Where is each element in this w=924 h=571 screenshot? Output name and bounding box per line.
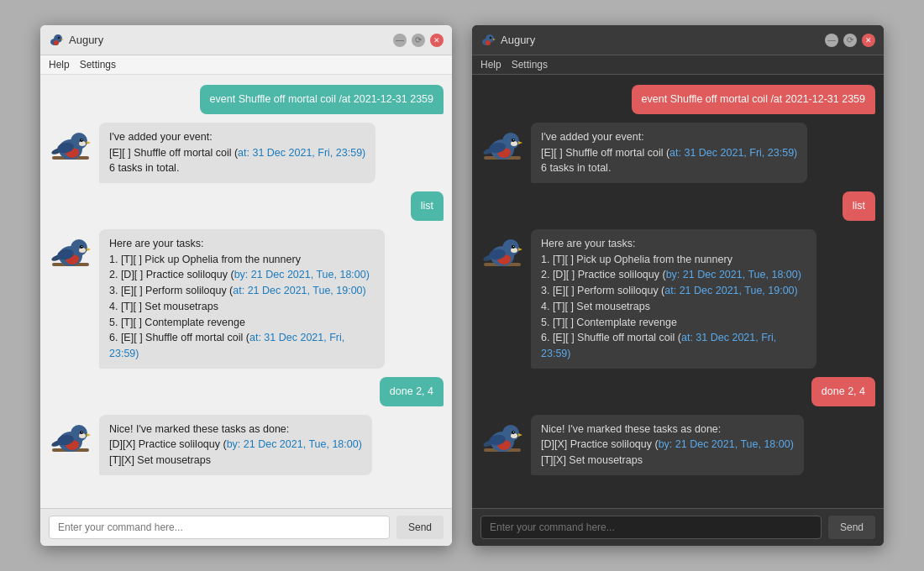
svg-point-55 [511, 248, 517, 253]
svg-marker-58 [518, 248, 522, 251]
title-bar: Augury—⟳✕ [472, 25, 884, 55]
svg-point-32 [81, 431, 82, 432]
svg-point-38 [490, 36, 491, 38]
window-dark: Augury—⟳✕HelpSettingsevent Shuffle off m… [472, 25, 884, 546]
app-icon [480, 33, 496, 48]
svg-point-22 [81, 246, 82, 247]
window-light: Augury—⟳✕HelpSettingsevent Shuffle off m… [40, 25, 452, 546]
user-bubble-0: event Shuffle off mortal coil /at 2021-1… [200, 85, 444, 114]
window-title: Augury [501, 34, 535, 46]
svg-point-30 [79, 433, 86, 438]
input-area: Send [472, 508, 884, 546]
message-row-2: list [480, 191, 875, 221]
bird-avatar [49, 123, 92, 169]
user-bubble-4: done 2, 4 [811, 377, 875, 406]
bot-bubble-5: Nice! I've marked these tasks as done: [… [531, 415, 804, 475]
svg-point-65 [511, 433, 517, 438]
bot-bubble-1: I've added your event: [E][ ] Shuffle of… [531, 123, 807, 183]
svg-point-10 [79, 141, 86, 146]
svg-point-3 [58, 36, 60, 38]
message-row-4: done 2, 4 [49, 377, 444, 406]
bird-avatar [480, 123, 524, 169]
window-title: Augury [69, 34, 103, 46]
minimize-button[interactable]: — [393, 34, 407, 47]
chat-area: event Shuffle off mortal coil /at 2021-1… [40, 75, 452, 508]
svg-marker-33 [87, 433, 91, 437]
app-icon [49, 33, 64, 48]
send-button[interactable]: Send [828, 516, 875, 539]
restore-button[interactable]: ⟳ [412, 34, 425, 47]
menu-bar: HelpSettings [40, 55, 452, 75]
svg-point-56 [512, 245, 515, 249]
message-row-1: I've added your event: [E][ ] Shuffle of… [480, 123, 875, 183]
bird-avatar [49, 229, 92, 275]
svg-point-31 [80, 431, 83, 434]
svg-point-57 [513, 246, 514, 247]
message-row-3: Here are your tasks: 1. [T][ ] Pick up O… [49, 229, 444, 369]
svg-marker-39 [493, 39, 496, 40]
chat-area: event Shuffle off mortal coil /at 2021-1… [472, 75, 884, 508]
window-controls: —⟳✕ [825, 34, 875, 47]
svg-point-45 [511, 141, 517, 146]
svg-marker-68 [518, 433, 522, 437]
svg-point-47 [513, 139, 514, 140]
user-bubble-0: event Shuffle off mortal coil /at 2021-1… [632, 85, 875, 114]
window-controls: —⟳✕ [393, 34, 444, 47]
menu-item-help[interactable]: Help [480, 59, 501, 71]
svg-point-12 [81, 139, 82, 140]
svg-point-37 [486, 40, 491, 45]
close-button[interactable]: ✕ [862, 34, 875, 47]
bot-bubble-3: Here are your tasks: 1. [T][ ] Pick up O… [99, 229, 385, 369]
menu-item-help[interactable]: Help [49, 59, 70, 71]
chat-input[interactable] [480, 516, 822, 539]
message-row-1: I've added your event: [E][ ] Shuffle of… [49, 123, 444, 183]
menu-item-settings[interactable]: Settings [512, 59, 548, 71]
svg-point-67 [513, 431, 514, 432]
svg-marker-4 [61, 39, 64, 40]
user-bubble-4: done 2, 4 [380, 377, 444, 406]
bird-avatar [49, 415, 92, 461]
close-button[interactable]: ✕ [430, 34, 444, 47]
svg-marker-23 [87, 248, 91, 251]
bot-bubble-5: Nice! I've marked these tasks as done: [… [99, 415, 372, 475]
svg-marker-13 [87, 141, 91, 144]
message-row-2: list [49, 191, 444, 221]
chat-input[interactable] [49, 516, 390, 539]
user-bubble-2: list [411, 191, 444, 221]
svg-point-20 [79, 248, 86, 253]
bird-avatar [480, 229, 524, 275]
svg-point-2 [54, 40, 59, 45]
svg-point-66 [512, 431, 515, 434]
svg-point-21 [80, 245, 83, 249]
title-bar-left: Augury [49, 33, 103, 48]
bird-avatar [480, 415, 524, 461]
bot-bubble-3: Here are your tasks: 1. [T][ ] Pick up O… [531, 229, 816, 369]
screenshot-background: Augury—⟳✕HelpSettingsevent Shuffle off m… [0, 0, 924, 571]
message-row-4: done 2, 4 [480, 377, 875, 406]
message-row-5: Nice! I've marked these tasks as done: [… [49, 415, 444, 475]
input-area: Send [40, 508, 452, 546]
minimize-button[interactable]: — [825, 34, 838, 47]
bot-bubble-1: I've added your event: [E][ ] Shuffle of… [99, 123, 375, 183]
svg-point-11 [80, 139, 83, 142]
message-row-3: Here are your tasks: 1. [T][ ] Pick up O… [480, 229, 875, 369]
svg-point-46 [512, 139, 515, 142]
user-bubble-2: list [843, 191, 875, 221]
title-bar-left: Augury [480, 33, 535, 48]
menu-item-settings[interactable]: Settings [80, 59, 116, 71]
svg-marker-48 [518, 141, 522, 144]
message-row-0: event Shuffle off mortal coil /at 2021-1… [49, 85, 444, 114]
restore-button[interactable]: ⟳ [843, 34, 857, 47]
menu-bar: HelpSettings [472, 55, 884, 75]
title-bar: Augury—⟳✕ [40, 25, 452, 55]
message-row-5: Nice! I've marked these tasks as done: [… [480, 415, 875, 475]
send-button[interactable]: Send [396, 516, 444, 539]
message-row-0: event Shuffle off mortal coil /at 2021-1… [480, 85, 875, 114]
